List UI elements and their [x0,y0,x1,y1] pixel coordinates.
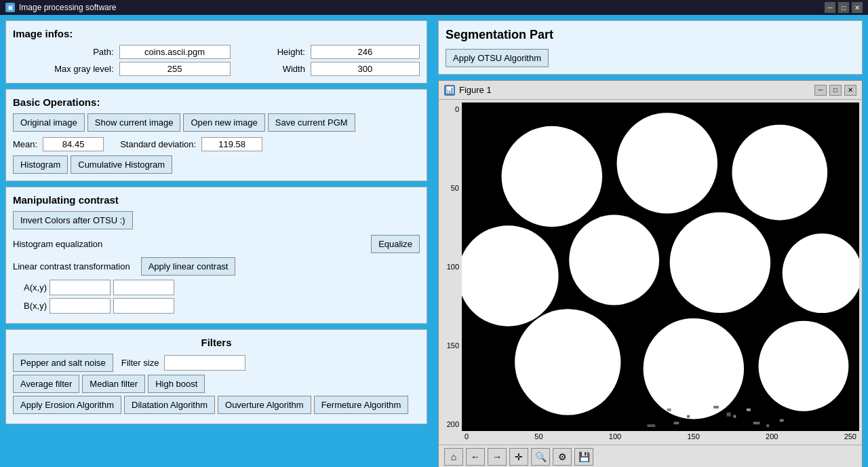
b-y-input[interactable] [113,298,174,314]
height-value: 246 [311,45,420,59]
minimize-btn[interactable]: ─ [825,2,835,13]
title-bar: ▣ Image processing software ─ □ ✕ [0,0,868,15]
svg-point-1 [502,126,602,227]
pepper-salt-button[interactable]: Pepper and salt noise [13,354,113,372]
svg-rect-22 [720,402,724,405]
image-infos-section: Image infos: Path: coins.ascii.pgm Heigh… [5,20,427,83]
linear-contrast-row: Linear contrast transformation Apply lin… [13,257,420,276]
figure-title-left: 📊 Figure 1 [444,85,492,96]
x-label-150: 150 [687,432,699,441]
save-toolbar-btn[interactable]: 💾 [574,448,593,466]
back-toolbar-btn[interactable]: ← [466,448,485,466]
a-x-input[interactable] [50,280,111,295]
coins-image [462,102,859,431]
original-image-button[interactable]: Original image [13,113,85,132]
average-filter-button[interactable]: Average filter [13,375,79,393]
settings-toolbar-btn[interactable]: ⚙ [553,448,572,466]
a-y-input[interactable] [113,280,174,295]
home-toolbar-btn[interactable]: ⌂ [444,448,463,466]
x-label-100: 100 [609,432,621,441]
b-label: B(x,y) [13,301,47,311]
figure-close-btn[interactable]: ✕ [844,85,856,96]
zoom-toolbar-btn[interactable]: 🔍 [531,448,550,466]
x-label-250: 250 [844,432,856,441]
close-btn[interactable]: ✕ [852,2,863,13]
ouverture-button[interactable]: Ouverture Algorithm [218,396,311,414]
x-label-50: 50 [534,432,542,441]
pepper-salt-row: Pepper and salt noise Filter size [13,354,420,372]
dilatation-button[interactable]: Dilatation Algorithm [124,396,215,414]
figure-minimize-btn[interactable]: ─ [814,85,827,96]
svg-rect-20 [674,406,677,409]
hist-eq-row: Histogram equalization Equalize [13,235,420,253]
height-label: Height: [236,47,305,57]
figure-controls: ─ □ ✕ [814,85,856,96]
y-label-150: 150 [444,341,459,350]
path-label: Path: [13,47,114,57]
svg-rect-21 [694,411,696,414]
svg-rect-12 [667,409,671,411]
stats-row: Mean: 84.45 Standard deviation: 119.58 [13,137,420,151]
svg-rect-23 [733,415,736,418]
cumulative-histogram-button[interactable]: Cumulative Histogram [71,155,172,174]
figure-plot-area: 0 50 100 150 200 250 [462,102,859,442]
right-panel: Segmentation Part Apply OTSU Algorithm 📊… [433,15,868,467]
erosion-button[interactable]: Apply Erosion Algorithm [13,396,121,414]
fermeture-button[interactable]: Fermeture Algorithm [314,396,409,414]
basic-ops-title: Basic Operations: [13,96,420,108]
max-gray-label: Max gray level: [13,64,114,74]
window-controls: ─ □ ✕ [825,2,863,13]
x-label-200: 200 [766,432,778,441]
linear-contrast-button[interactable]: Apply linear contrast [141,257,236,276]
svg-rect-24 [747,409,751,411]
histogram-row: Histogram Cumulative Histogram [13,155,420,174]
y-label-0: 0 [444,105,459,113]
figure-title: Figure 1 [459,85,492,95]
width-value: 300 [311,62,420,76]
open-new-button[interactable]: Open new image [183,113,264,132]
svg-point-10 [759,321,849,411]
figure-icon: 📊 [444,85,455,96]
segmentation-title: Segmentation Part [446,28,855,42]
app-title: Image processing software [19,3,116,12]
figure-yaxis: 0 50 100 150 200 [441,102,462,442]
histogram-button[interactable]: Histogram [13,155,68,174]
equalize-button[interactable]: Equalize [371,235,420,253]
x-label-0: 0 [465,432,469,441]
figure-restore-btn[interactable]: □ [829,85,842,96]
mean-label: Mean: [13,139,37,149]
segmentation-section: Segmentation Part Apply OTSU Algorithm [438,20,863,75]
a-coord-row: A(x,y) [13,280,420,295]
image-infos-title: Image infos: [13,28,420,39]
figure-toolbar: ⌂ ← → ✛ 🔍 ⚙ 💾 [439,445,862,467]
image-infos-grid: Path: coins.ascii.pgm Height: 246 Max gr… [13,45,420,76]
show-current-button[interactable]: Show current image [87,113,181,132]
y-label-50: 50 [444,184,459,192]
app-icon: ▣ [5,3,15,12]
forward-toolbar-btn[interactable]: → [488,448,507,466]
svg-point-2 [617,113,717,213]
svg-rect-19 [674,422,679,424]
maximize-btn[interactable]: □ [838,2,849,13]
left-panel: Image infos: Path: coins.ascii.pgm Heigh… [0,15,433,467]
otsu-button[interactable]: Apply OTSU Algorithm [446,49,549,67]
invert-colors-button[interactable]: Invert Colors after OTSU :) [13,211,133,229]
filters-section: Filters Pepper and salt noise Filter siz… [5,329,427,424]
y-label-200: 200 [444,420,459,428]
high-boost-button[interactable]: High boost [148,375,205,393]
median-filter-button[interactable]: Median filter [82,375,145,393]
morph-buttons-row: Apply Erosion Algorithm Dilatation Algor… [13,396,420,414]
filter-size-label: Filter size [121,358,159,368]
filter-size-input[interactable] [164,355,245,371]
figure-titlebar: 📊 Figure 1 ─ □ ✕ [439,81,862,100]
figure-content: 0 50 100 150 200 [439,100,862,445]
b-x-input[interactable] [50,298,111,314]
linear-label: Linear contrast transformation [13,261,130,272]
svg-point-4 [462,225,559,326]
svg-rect-15 [727,413,731,417]
b-coord-row: B(x,y) [13,298,420,314]
mean-value: 84.45 [43,137,104,151]
svg-point-6 [670,212,770,313]
pan-toolbar-btn[interactable]: ✛ [509,448,528,466]
save-pgm-button[interactable]: Save current PGM [268,113,355,132]
